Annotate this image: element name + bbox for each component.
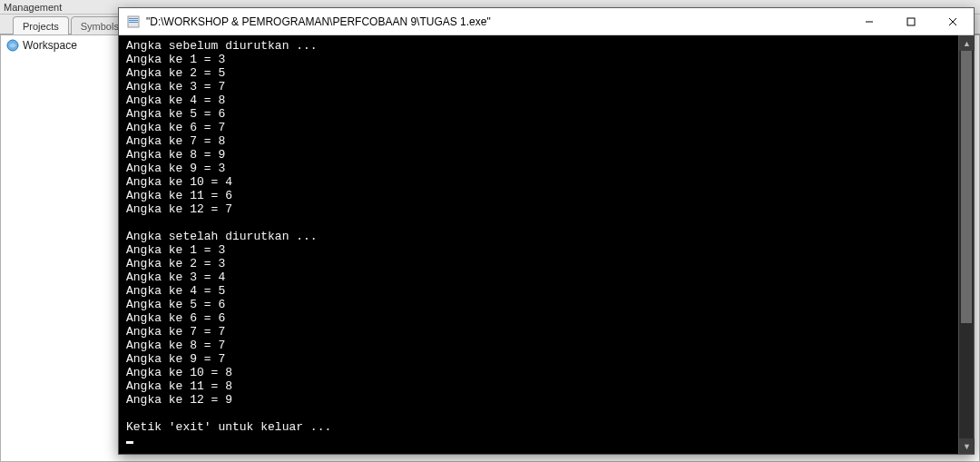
- cursor: [126, 441, 133, 444]
- titlebar[interactable]: "D:\WORKSHOP & PEMROGRAMAN\PERFCOBAAN 9\…: [119, 8, 974, 35]
- tab-label: Symbols: [81, 21, 119, 32]
- minimize-button[interactable]: [848, 8, 890, 35]
- svg-rect-3: [129, 20, 138, 21]
- window-title: "D:\WORKSHOP & PEMROGRAMAN\PERFCOBAAN 9\…: [146, 15, 848, 28]
- tab-spacer: [0, 15, 13, 34]
- console-output[interactable]: Angka sebelum diurutkan ... Angka ke 1 =…: [119, 35, 958, 454]
- scroll-thumb[interactable]: [961, 51, 972, 323]
- app-icon: [126, 15, 141, 29]
- console-window: "D:\WORKSHOP & PEMROGRAMAN\PERFCOBAAN 9\…: [118, 7, 975, 455]
- svg-rect-4: [129, 22, 138, 23]
- workspace-icon: [6, 39, 19, 52]
- maximize-button[interactable]: [890, 8, 932, 35]
- vertical-scrollbar[interactable]: ▲ ▼: [958, 35, 974, 454]
- close-button[interactable]: [932, 8, 974, 35]
- scroll-up-icon[interactable]: ▲: [959, 35, 975, 51]
- svg-rect-2: [129, 18, 138, 19]
- tree-item-label: Workspace: [23, 39, 77, 52]
- console-body: Angka sebelum diurutkan ... Angka ke 1 =…: [119, 35, 974, 454]
- tab-projects[interactable]: Projects: [13, 16, 69, 36]
- tab-label: Projects: [23, 21, 59, 32]
- scroll-down-icon[interactable]: ▼: [959, 438, 975, 454]
- svg-rect-6: [907, 18, 915, 25]
